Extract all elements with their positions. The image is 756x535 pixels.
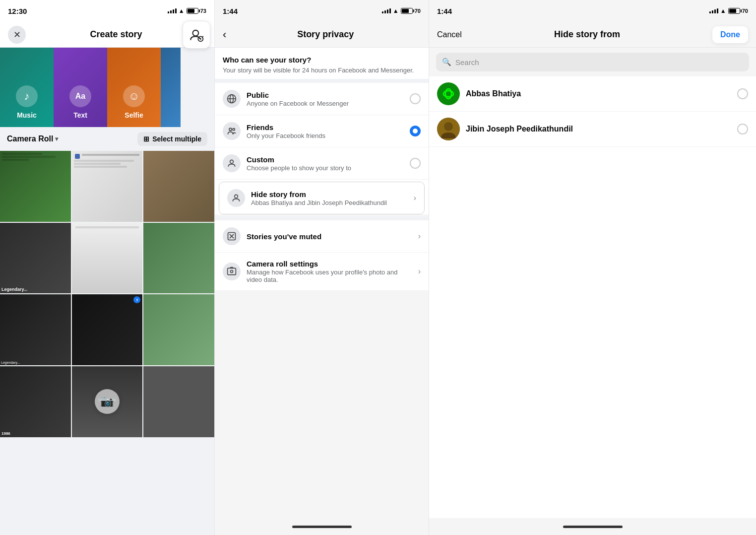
public-radio[interactable] [410, 93, 421, 104]
home-indicator-p3 [429, 518, 756, 535]
search-input[interactable]: Search [455, 58, 479, 67]
contact-name-abbas: Abbas Bhatiya [466, 89, 737, 98]
who-can-see-desc: Your story will be visible for 24 hours … [223, 66, 421, 75]
svg-point-2 [200, 38, 201, 39]
custom-radio[interactable] [410, 158, 421, 169]
svg-point-0 [193, 30, 199, 36]
custom-option-text: Custom Choose people to show your story … [247, 155, 410, 172]
photo-cell[interactable] [0, 151, 71, 222]
battery-icon-panel1 [187, 8, 198, 14]
public-option-text: Public Anyone on Facebook or Messenger [247, 91, 410, 107]
photo-cell[interactable]: Legendary... [0, 223, 71, 294]
story-option-selfie[interactable]: ☺ Selfie [107, 48, 161, 127]
hide-story-nav: Cancel Hide story from Done [429, 22, 756, 48]
story-privacy-content: Who can see your story? Your story will … [215, 48, 429, 518]
camera-roll-settings-icon [223, 263, 241, 280]
stories-muted-title: Stories you've muted [247, 232, 414, 241]
camera-roll-option-text: Camera roll settings Manage how Facebook… [247, 260, 414, 283]
privacy-option-friends[interactable]: Friends Only your Facebook friends [215, 115, 429, 147]
privacy-option-public[interactable]: Public Anyone on Facebook or Messenger [215, 83, 429, 115]
public-title: Public [247, 91, 410, 99]
create-story-panel: 12:30 ▲ 73 ✕ Create story [0, 0, 214, 535]
battery-percent-panel1: 73 [200, 8, 206, 14]
public-subtitle: Anyone on Facebook or Messenger [247, 100, 410, 107]
privacy-option-hide-story[interactable]: Hide story from Abbas Bhatiya and Jibin … [219, 182, 424, 214]
close-button[interactable]: ✕ [8, 26, 26, 44]
svg-point-8 [230, 160, 234, 164]
chevron-down-icon: ▾ [55, 135, 58, 142]
search-bar[interactable]: 🔍 Search [436, 53, 749, 71]
select-multiple-button[interactable]: ⊞ Select multiple [137, 132, 207, 146]
signal-bars [168, 8, 177, 13]
camera-roll-title-btn[interactable]: Camera Roll ▾ [7, 134, 58, 143]
camera-roll-title-opt: Camera roll settings [247, 260, 414, 268]
custom-icon [223, 154, 241, 172]
battery-icon-p3 [728, 8, 740, 14]
status-bar-panel1: 12:30 ▲ 73 [0, 0, 214, 22]
back-button-p2[interactable]: ‹ [223, 28, 226, 41]
photo-cell[interactable] [143, 366, 214, 437]
music-icon: ♪ [16, 85, 38, 107]
battery-percent-p2: 70 [415, 8, 421, 14]
privacy-option-camera-roll[interactable]: Camera roll settings Manage how Facebook… [215, 253, 429, 291]
muted-stories-icon [223, 227, 241, 245]
story-option-music[interactable]: ♪ Music [0, 48, 54, 127]
status-time-panel3: 1:44 [437, 7, 452, 15]
cancel-button[interactable]: Cancel [437, 30, 462, 39]
hide-story-chevron-icon: › [414, 194, 416, 202]
photo-cell[interactable]: Legendary... [0, 294, 71, 365]
friends-option-text: Friends Only your Facebook friends [247, 123, 410, 139]
contact-name-jibin: Jibin Joseph Peedikathundil [466, 125, 737, 134]
done-button[interactable]: Done [712, 26, 748, 43]
hide-story-option-text: Hide story from Abbas Bhatiya and Jibin … [251, 190, 410, 206]
svg-point-18 [444, 122, 453, 131]
privacy-icon [189, 27, 204, 42]
svg-point-7 [233, 129, 235, 131]
privacy-settings-button[interactable] [183, 21, 210, 49]
photo-cell[interactable] [72, 223, 143, 294]
status-time-panel1: 12:30 [8, 7, 27, 15]
photo-cell[interactable] [72, 151, 143, 222]
friends-radio[interactable] [410, 126, 421, 136]
photo-cell[interactable] [143, 294, 214, 365]
photo-cell[interactable] [143, 223, 214, 294]
friends-subtitle: Only your Facebook friends [247, 132, 410, 139]
wifi-icon-p3: ▲ [720, 7, 726, 14]
svg-rect-16 [440, 85, 457, 103]
hide-story-from-panel: 1:44 ▲ 70 Cancel Hide story from Done 🔍 … [429, 0, 756, 535]
svg-point-9 [235, 195, 238, 199]
search-bar-container: 🔍 Search [429, 48, 756, 76]
who-can-see-question: Who can see your story? [223, 56, 421, 64]
music-label: Music [17, 111, 37, 119]
photo-cell[interactable]: f [72, 294, 143, 365]
select-multiple-icon: ⊞ [143, 135, 149, 143]
story-option-extra[interactable] [161, 48, 181, 127]
privacy-info-section: Who can see your story? Your story will … [215, 48, 429, 83]
contact-item-abbas[interactable]: Abbas Bhatiya [429, 76, 756, 112]
camera-roll-subtitle: Manage how Facebook uses your profile's … [247, 268, 414, 283]
camera-roll-chevron-icon: › [418, 267, 421, 276]
wifi-icon: ▲ [179, 7, 185, 14]
status-icons-panel2: ▲ 70 [382, 7, 421, 14]
selfie-icon: ☺ [123, 85, 145, 107]
privacy-option-custom[interactable]: Custom Choose people to show your story … [215, 147, 429, 180]
custom-subtitle: Choose people to show your story to [247, 164, 410, 172]
page-title-panel3: Hide story from [462, 29, 712, 40]
section-divider [215, 216, 429, 220]
friends-title: Friends [247, 123, 410, 132]
photo-cell[interactable]: 1986 [0, 366, 71, 437]
privacy-secondary-section: Stories you've muted › Camera roll setti… [215, 220, 429, 291]
camera-fab-button[interactable]: 📷 [95, 389, 120, 414]
status-time-panel2: 1:44 [223, 7, 238, 15]
photo-cell[interactable] [143, 151, 214, 222]
public-icon [223, 90, 241, 108]
photo-cell[interactable]: SAY MORESAY M... 📷 [72, 366, 143, 437]
privacy-option-stories-muted[interactable]: Stories you've muted › [215, 220, 429, 253]
contact-radio-jibin[interactable] [737, 124, 748, 134]
text-label: Text [73, 111, 87, 119]
select-multiple-label: Select multiple [152, 135, 201, 143]
contact-radio-abbas[interactable] [737, 88, 748, 99]
home-indicator-p2 [215, 518, 429, 535]
contact-item-jibin[interactable]: Jibin Joseph Peedikathundil [429, 112, 756, 147]
story-option-text[interactable]: Aa Text [54, 48, 107, 127]
